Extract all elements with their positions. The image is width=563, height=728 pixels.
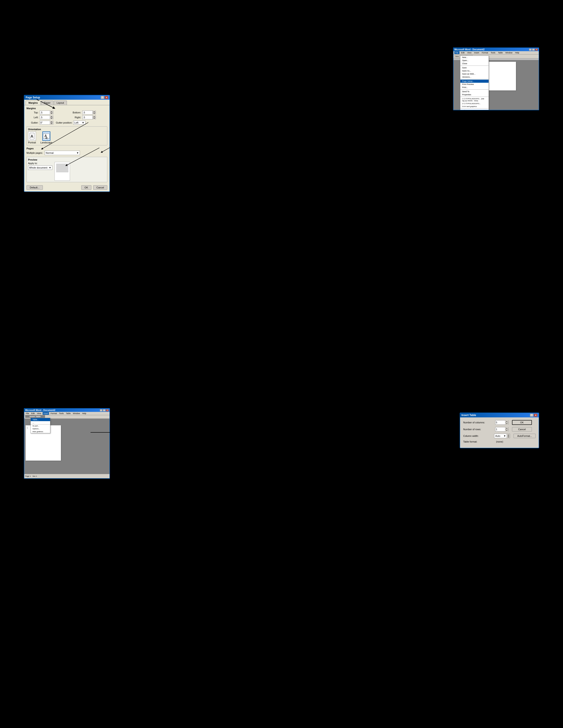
menu-item-open[interactable]: Open... [460,59,489,62]
top-spin-down[interactable]: ▼ [50,113,53,115]
bottom-spin-up[interactable]: ▲ [93,111,96,113]
menu-item-new[interactable]: New... [460,56,489,59]
menu-item-print[interactable]: Print... [460,86,489,89]
bottom-close[interactable]: ✕ [106,409,109,411]
right-spin-up[interactable]: ▲ [93,115,96,118]
bottom-minimize[interactable]: _ [100,409,102,411]
dialog-titlebar: Page Setup ? ✕ [24,95,109,100]
portrait-option[interactable]: A Portrait [28,131,36,144]
col-width-spin-up[interactable]: ▲ [507,434,510,436]
apply-to-dropdown[interactable]: Whole document ▼ [28,165,52,170]
insert-table-help-btn[interactable]: ? [530,414,533,417]
bottom-menu-file[interactable]: File [25,412,30,415]
bottom-input[interactable] [83,111,92,114]
menu-view[interactable]: View [466,51,472,54]
gutter-spin-down[interactable]: ▼ [50,123,53,125]
menu-insert[interactable]: Insert [473,51,480,54]
ok-btn[interactable]: OK [512,420,532,425]
menu-item-close[interactable]: Close [460,62,489,65]
col-width-spin-down[interactable]: ▼ [507,436,510,438]
default-button[interactable]: Default... [26,185,43,190]
right-input[interactable] [83,116,92,119]
svg-text:A: A [44,134,47,138]
bottom-menu-table[interactable]: Table [65,412,71,415]
toolbar-new[interactable]: New [454,55,460,58]
apply-to-value: Whole document [29,166,47,169]
gutter-input[interactable] [40,121,50,124]
help-button[interactable]: ? [101,96,104,99]
bottom-menu-window[interactable]: Window [72,412,81,415]
bottom-menu-help[interactable]: Help [81,412,87,415]
menu-edit[interactable]: Edit [460,51,466,54]
close-button[interactable]: ✕ [105,96,108,99]
word-close-button[interactable]: ✕ [535,49,538,51]
menu-item-properties[interactable]: Properties [460,93,489,96]
menu-item-printpreview[interactable]: Print Preview [460,83,489,86]
menu-item-recent-1[interactable]: 1 C:\TYPGLASSO\FS... [tab sig-up sheets … [460,97,489,102]
top-input[interactable] [40,111,50,114]
menu-item-pagesetup[interactable]: Page Setup... [460,80,489,83]
bottom-spin-down[interactable]: ▼ [93,113,96,115]
insert-table-menu-item[interactable]: Insert Table [25,415,45,418]
menu-item-exit[interactable]: Exit [460,109,489,110]
gutter-pos-dropdown[interactable]: Left ▼ [73,121,85,125]
cancel-btn[interactable]: Cancel [512,427,532,432]
bottom-maximize[interactable]: □ [103,409,105,411]
left-spin-down[interactable]: ▼ [50,118,53,120]
menu-item-saveweb[interactable]: Save as Web... [460,72,489,75]
multiple-pages-dropdown[interactable]: Normal ▼ [45,151,80,155]
num-cols-spin-down[interactable]: ▼ [505,423,508,425]
tab-layout[interactable]: Layout [54,101,67,105]
landscape-option[interactable]: A A Landscape [40,131,52,144]
insert-menu-hide-gridlines[interactable]: Hide gridlines [31,430,50,433]
num-columns-input[interactable] [495,420,505,424]
menu-item-recent-2[interactable]: 2 C:\TYPGLASSO\FS... [460,102,489,105]
menu-tools[interactable]: Tools [490,51,496,54]
maximize-button[interactable]: □ [532,49,535,51]
col-width-dropdown[interactable]: Auto ▼ [494,434,507,438]
num-rows-spin-up[interactable]: ▲ [505,427,508,430]
menu-item-sendto[interactable]: Send To [460,90,489,93]
insert-table-close-btn[interactable]: ✕ [534,414,537,417]
word-title: Microsoft Word - Document2 [454,48,484,51]
bottom-menu-insert[interactable]: Insert [43,412,49,415]
menu-table[interactable]: Table [497,51,504,54]
num-rows-input[interactable] [495,427,505,431]
left-label: Left: [26,116,40,119]
menu-item-recent-3[interactable]: 3 A-4 and graphics [460,105,489,108]
menu-window[interactable]: Window [505,51,513,54]
autoformat-btn[interactable]: AutoFormat... [514,434,536,438]
left-spin-up[interactable]: ▲ [50,115,53,118]
num-cols-spin-up[interactable]: ▲ [505,420,508,423]
bottom-menu-format[interactable]: Format [50,412,58,415]
menu-help[interactable]: Help [514,51,520,54]
right-spin-down[interactable]: ▼ [93,118,96,120]
insert-menu-options[interactable]: Options... [31,427,50,430]
gutter-spin-up[interactable]: ▲ [50,121,53,123]
menu-item-versions[interactable]: Versions... [460,75,489,79]
menu-item-save[interactable]: Save [460,66,489,69]
bottom-menu-view[interactable]: View [36,412,42,415]
left-input[interactable] [40,116,50,119]
insert-menu-its-part[interactable]: Its part... [31,424,50,427]
word-titlebar-buttons: _ □ ✕ [529,49,538,51]
bottom-menu-tools[interactable]: Tools [58,412,64,415]
tab-paper[interactable]: Paper [41,101,53,105]
num-rows-spin-down[interactable]: ▼ [505,430,508,432]
ok-button[interactable]: OK [81,185,91,190]
col-width-spinner: ▲ ▼ [507,434,510,438]
minimize-button[interactable]: _ [529,49,532,51]
table-format-label: Table format: [463,440,495,443]
menu-item-saveas[interactable]: Save As... [460,69,489,72]
insert-menu-table[interactable]: Table... [31,418,50,421]
tab-margins[interactable]: Margins [26,101,41,105]
left-input-group: ▲ ▼ [40,115,53,119]
menu-format[interactable]: Format [481,51,489,54]
insert-menu-other[interactable]: ... [31,421,50,424]
bottom-menu-edit[interactable]: Edit [31,412,36,415]
cancel-button[interactable]: Cancel [93,185,107,190]
landscape-icon: A A [42,131,50,141]
menu-file[interactable]: File [454,51,460,54]
portrait-icon: A [28,131,36,141]
top-spin-up[interactable]: ▲ [50,111,53,113]
